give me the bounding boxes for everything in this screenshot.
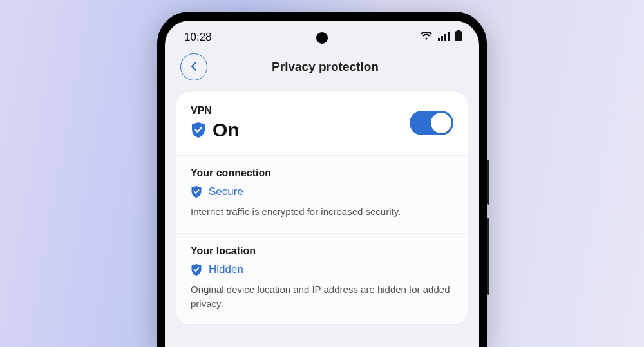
- connection-status: Secure: [209, 185, 243, 198]
- battery-icon: [455, 30, 462, 44]
- settings-card: VPN On Your connection: [176, 92, 468, 324]
- phone-frame: 10:28 Privacy protection: [157, 12, 487, 347]
- svg-rect-5: [455, 31, 462, 41]
- shield-check-icon: [191, 122, 206, 138]
- location-title: Your location: [191, 245, 453, 257]
- signal-icon: [438, 31, 450, 44]
- svg-rect-3: [448, 32, 450, 41]
- page-header: Privacy protection: [165, 48, 479, 92]
- page-title: Privacy protection: [225, 60, 425, 74]
- camera-notch: [316, 32, 328, 44]
- svg-rect-1: [441, 36, 443, 41]
- phone-side-button: [487, 218, 489, 295]
- connection-desc: Internet traffic is encrypted for increa…: [191, 205, 453, 219]
- vpn-label: VPN: [191, 105, 240, 117]
- vpn-row: VPN On: [176, 92, 468, 155]
- svg-rect-0: [438, 38, 440, 41]
- svg-rect-2: [444, 34, 446, 41]
- connection-section: Your connection Secure Internet traffic …: [176, 155, 468, 233]
- connection-title: Your connection: [191, 167, 453, 179]
- chevron-left-icon: [190, 61, 198, 73]
- svg-rect-4: [457, 30, 460, 31]
- location-desc: Original device location and IP address …: [191, 283, 453, 311]
- phone-side-button: [487, 160, 489, 205]
- wifi-icon: [420, 31, 433, 44]
- phone-screen: 10:28 Privacy protection: [165, 21, 479, 347]
- back-button[interactable]: [180, 53, 207, 80]
- toggle-knob: [431, 113, 451, 133]
- status-time: 10:28: [184, 31, 212, 44]
- vpn-state: On: [213, 119, 240, 141]
- shield-check-icon: [191, 185, 202, 198]
- location-status: Hidden: [209, 263, 243, 276]
- location-section: Your location Hidden Original device loc…: [176, 233, 468, 325]
- shield-check-icon: [191, 263, 202, 276]
- vpn-toggle[interactable]: [410, 111, 453, 135]
